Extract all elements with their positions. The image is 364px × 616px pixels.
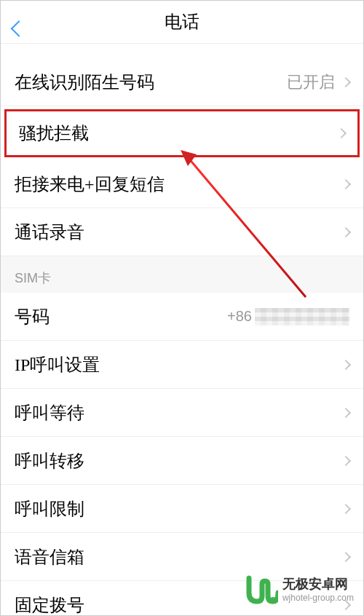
chevron-right-icon [341, 359, 351, 369]
page-title: 电话 [165, 10, 199, 33]
row-right: 已开启 [287, 71, 349, 93]
chevron-right-icon [341, 226, 351, 237]
section-label: SIM卡 [15, 269, 51, 287]
chevron-right-icon [341, 551, 351, 561]
row-label: 在线识别陌生号码 [15, 71, 154, 94]
row-call-recording[interactable]: 通话录音 [0, 208, 364, 256]
row-right [342, 229, 349, 236]
phone-value: +86 [227, 308, 349, 325]
row-call-restrict[interactable]: 呼叫限制 [0, 485, 364, 533]
chevron-right-icon [336, 128, 347, 138]
row-label: 呼叫等待 [15, 401, 84, 425]
row-label: 固定拨号 [15, 593, 84, 617]
row-label: 语音信箱 [15, 545, 84, 569]
watermark-text: 无极安卓网 wjhotel-group.com [282, 577, 354, 603]
row-right [342, 181, 349, 188]
header: 电话 [0, 0, 364, 44]
chevron-right-icon [341, 76, 351, 87]
chevron-right-icon [341, 178, 351, 189]
row-label: 拒接来电+回复短信 [15, 173, 165, 196]
row-right [342, 553, 349, 561]
watermark: 无极安卓网 wjhotel-group.com [246, 574, 354, 606]
chevron-right-icon [341, 407, 351, 417]
chevron-left-icon [17, 12, 29, 31]
chevron-right-icon [341, 455, 351, 465]
row-call-forward[interactable]: 呼叫转移 [0, 437, 364, 485]
phone-redacted [255, 308, 349, 325]
row-value: 已开启 [287, 71, 335, 93]
section-header-sim: SIM卡 [0, 256, 364, 293]
phone-prefix: +86 [227, 308, 252, 325]
row-label: 号码 [15, 305, 50, 328]
chevron-right-icon [341, 503, 351, 513]
row-label: 呼叫限制 [15, 497, 84, 521]
row-label: 骚扰拦截 [19, 122, 89, 145]
row-phone-number[interactable]: 号码 +86 [0, 293, 364, 341]
row-online-id[interactable]: 在线识别陌生号码 已开启 [0, 58, 364, 106]
watermark-title: 无极安卓网 [282, 577, 354, 593]
row-right [338, 130, 345, 137]
settings-list: 在线识别陌生号码 已开启 骚扰拦截 拒接来电+回复短信 通话录音 SIM卡 号码… [0, 44, 364, 616]
row-label: 通话录音 [15, 221, 84, 244]
row-right [342, 409, 349, 416]
watermark-url: wjhotel-group.com [282, 593, 354, 603]
row-ip-call[interactable]: IP呼叫设置 [0, 341, 364, 389]
row-call-waiting[interactable]: 呼叫等待 [0, 389, 364, 437]
row-right [342, 361, 349, 368]
row-right [342, 457, 349, 465]
svg-point-2 [270, 597, 276, 603]
watermark-logo-icon [246, 574, 278, 606]
row-harassment-block[interactable]: 骚扰拦截 [4, 109, 360, 157]
row-reject-reply[interactable]: 拒接来电+回复短信 [0, 160, 364, 208]
row-label: 呼叫转移 [15, 449, 84, 473]
row-right [342, 505, 349, 513]
back-button[interactable] [13, 12, 33, 32]
row-label: IP呼叫设置 [15, 353, 100, 376]
